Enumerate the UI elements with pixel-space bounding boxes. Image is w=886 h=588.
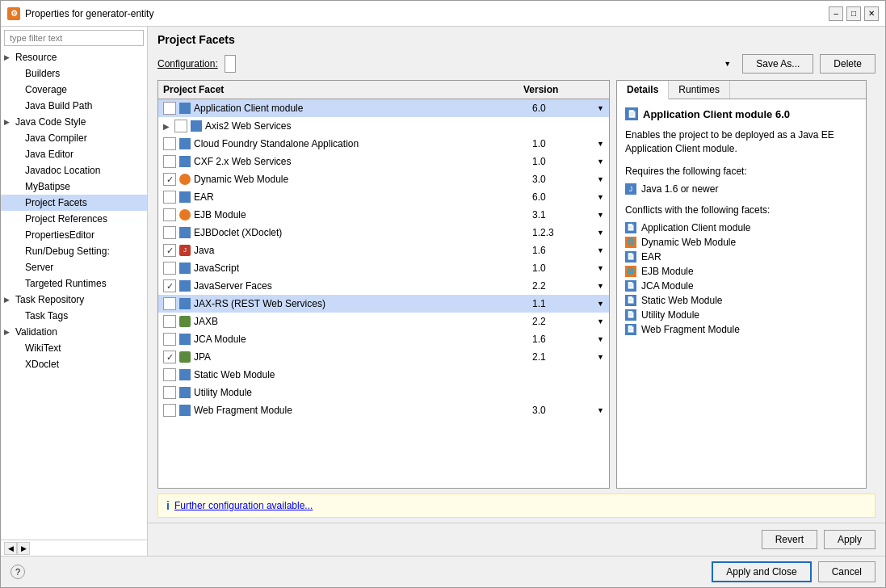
dropdown-arrow-app-client[interactable]: ▼ bbox=[597, 104, 604, 112]
facet-row-web-fragment[interactable]: Web Fragment Module 3.0 ▼ bbox=[158, 401, 609, 419]
facet-check-cloud-foundry[interactable] bbox=[163, 137, 176, 150]
sidebar-scroll-left[interactable]: ◀ bbox=[4, 542, 17, 555]
facet-check-jpa[interactable]: ✓ bbox=[163, 351, 176, 363]
facet-row-utility-module[interactable]: Utility Module bbox=[158, 384, 609, 401]
facet-row-ejb[interactable]: EJB Module 3.1 ▼ bbox=[158, 206, 609, 224]
facet-check-app-client[interactable] bbox=[163, 102, 176, 115]
sidebar-item-xdoclet[interactable]: XDoclet bbox=[1, 356, 147, 372]
sidebar-item-run-debug-settings[interactable]: Run/Debug Setting: bbox=[1, 243, 147, 259]
conflict-icon-app-client: 📄 bbox=[625, 222, 636, 233]
facet-check-jaxrs[interactable] bbox=[163, 297, 176, 310]
facet-name-java: Java bbox=[194, 245, 532, 256]
sidebar-item-task-tags[interactable]: Task Tags bbox=[1, 308, 147, 324]
sidebar-item-task-repository[interactable]: ▶ Task Repository bbox=[1, 292, 147, 308]
sidebar-item-java-editor[interactable]: Java Editor bbox=[1, 146, 147, 162]
facet-check-web-fragment[interactable] bbox=[163, 404, 176, 417]
facet-check-utility-module[interactable] bbox=[163, 386, 176, 399]
dropdown-arrow-ejbdoclet[interactable]: ▼ bbox=[597, 229, 604, 237]
facet-name-jpa: JPA bbox=[194, 351, 532, 363]
sidebar-item-project-references[interactable]: Project References bbox=[1, 211, 147, 227]
facet-check-java[interactable]: ✓ bbox=[163, 244, 176, 257]
facet-check-static-web[interactable] bbox=[163, 368, 176, 381]
facet-icon-static-web bbox=[179, 369, 191, 380]
facet-check-jaxb[interactable] bbox=[163, 315, 176, 328]
dropdown-arrow-cxf[interactable]: ▼ bbox=[597, 158, 604, 166]
minimize-button[interactable]: – bbox=[829, 6, 843, 21]
facet-row-jca[interactable]: JCA Module 1.6 ▼ bbox=[158, 330, 609, 348]
sidebar-item-server[interactable]: Server bbox=[1, 259, 147, 275]
cancel-button[interactable]: Cancel bbox=[818, 561, 876, 582]
window-icon: ⚙ bbox=[7, 7, 20, 20]
dropdown-arrow-jpa[interactable]: ▼ bbox=[597, 353, 604, 361]
facet-row-dynamic-web[interactable]: ✓ Dynamic Web Module 3.0 ▼ bbox=[158, 170, 609, 188]
dropdown-arrow-cloud-foundry[interactable]: ▼ bbox=[597, 140, 604, 148]
help-button[interactable]: ? bbox=[10, 565, 25, 579]
facet-row-java[interactable]: ✓ J Java 1.6 ▼ bbox=[158, 242, 609, 259]
facet-check-jsf[interactable]: ✓ bbox=[163, 279, 176, 292]
maximize-button[interactable]: □ bbox=[846, 6, 861, 21]
facet-check-ejbdoclet[interactable] bbox=[163, 226, 176, 239]
filter-input[interactable] bbox=[4, 30, 144, 46]
facet-row-javascript[interactable]: JavaScript 1.0 ▼ bbox=[158, 259, 609, 277]
sidebar-item-java-build-path[interactable]: Java Build Path bbox=[1, 98, 147, 114]
facet-row-app-client[interactable]: Application Client module 6.0 ▼ bbox=[158, 99, 609, 117]
sidebar-item-resource[interactable]: ▶ Resource bbox=[1, 49, 147, 65]
tab-details[interactable]: Details bbox=[617, 81, 669, 99]
apply-close-button[interactable]: Apply and Close bbox=[712, 561, 811, 582]
facet-row-cloud-foundry[interactable]: Cloud Foundry Standalone Application 1.0… bbox=[158, 135, 609, 153]
sidebar-item-validation[interactable]: ▶ Validation bbox=[1, 324, 147, 340]
facet-check-ear[interactable] bbox=[163, 191, 176, 204]
sidebar-item-coverage[interactable]: Coverage bbox=[1, 82, 147, 98]
facet-row-static-web[interactable]: Static Web Module bbox=[158, 366, 609, 384]
dropdown-arrow-jaxb[interactable]: ▼ bbox=[597, 317, 604, 326]
facet-row-ear[interactable]: EAR 6.0 ▼ bbox=[158, 188, 609, 206]
sidebar-item-java-code-style[interactable]: ▶ Java Code Style bbox=[1, 114, 147, 130]
facet-row-axis2[interactable]: ▶ Axis2 Web Services bbox=[158, 117, 609, 135]
sidebar-item-targeted-runtimes[interactable]: Targeted Runtimes bbox=[1, 275, 147, 292]
sidebar-item-javadoc-location[interactable]: Javadoc Location bbox=[1, 162, 147, 178]
details-conflicts-label: Conflicts with the following facets: bbox=[625, 204, 858, 216]
sidebar-item-java-compiler[interactable]: Java Compiler bbox=[1, 130, 147, 146]
dropdown-arrow-ear[interactable]: ▼ bbox=[597, 193, 604, 201]
facet-check-axis2[interactable] bbox=[174, 120, 187, 132]
further-config-link[interactable]: Further configuration available... bbox=[174, 500, 313, 511]
sidebar-item-project-facets[interactable]: Project Facets bbox=[1, 195, 147, 211]
revert-button[interactable]: Revert bbox=[762, 530, 817, 549]
apply-button[interactable]: Apply bbox=[824, 530, 876, 549]
facet-row-cxf[interactable]: CXF 2.x Web Services 1.0 ▼ bbox=[158, 153, 609, 170]
dropdown-arrow-dynamic-web[interactable]: ▼ bbox=[597, 175, 604, 183]
facet-icon-jsf bbox=[179, 280, 191, 292]
dropdown-arrow-java[interactable]: ▼ bbox=[597, 246, 604, 254]
details-requires-java-icon: J bbox=[625, 183, 636, 195]
sidebar-item-properties-editor[interactable]: PropertiesEditor bbox=[1, 227, 147, 243]
dropdown-arrow-jsf[interactable]: ▼ bbox=[597, 282, 604, 290]
right-panel: Project Facets Configuration: Save As...… bbox=[148, 27, 885, 556]
expand-axis2[interactable]: ▶ bbox=[163, 122, 174, 131]
save-as-button[interactable]: Save As... bbox=[742, 54, 813, 74]
sidebar-scroll-right[interactable]: ▶ bbox=[17, 542, 30, 555]
sidebar-item-builders[interactable]: Builders bbox=[1, 65, 147, 82]
sidebar-item-mybatipse[interactable]: MyBatipse bbox=[1, 178, 147, 195]
facet-check-ejb[interactable] bbox=[163, 208, 176, 221]
config-select[interactable] bbox=[225, 55, 236, 73]
facet-row-jsf[interactable]: ✓ JavaServer Faces 2.2 ▼ bbox=[158, 277, 609, 295]
dropdown-arrow-web-fragment[interactable]: ▼ bbox=[597, 406, 604, 414]
dropdown-arrow-jca[interactable]: ▼ bbox=[597, 335, 604, 343]
facet-row-jpa[interactable]: ✓ JPA 2.1 ▼ bbox=[158, 348, 609, 366]
facet-name-dynamic-web: Dynamic Web Module bbox=[194, 174, 532, 185]
facet-row-jaxrs[interactable]: JAX-RS (REST Web Services) 1.1 ▼ bbox=[158, 295, 609, 313]
dropdown-arrow-jaxrs[interactable]: ▼ bbox=[597, 300, 604, 308]
facet-check-cxf[interactable] bbox=[163, 155, 176, 168]
dropdown-arrow-ejb[interactable]: ▼ bbox=[597, 211, 604, 219]
delete-button[interactable]: Delete bbox=[820, 54, 876, 74]
close-button[interactable]: ✕ bbox=[864, 6, 879, 21]
facet-check-jca[interactable] bbox=[163, 333, 176, 346]
sidebar-item-wikitext[interactable]: WikiText bbox=[1, 340, 147, 356]
facet-check-dynamic-web[interactable]: ✓ bbox=[163, 173, 176, 186]
facet-row-ejbdoclet[interactable]: EJBDoclet (XDoclet) 1.2.3 ▼ bbox=[158, 224, 609, 242]
tab-runtimes[interactable]: Runtimes bbox=[669, 81, 730, 99]
facet-check-javascript[interactable] bbox=[163, 262, 176, 275]
details-requires-java-text: Java 1.6 or newer bbox=[641, 183, 718, 195]
facet-row-jaxb[interactable]: JAXB 2.2 ▼ bbox=[158, 313, 609, 330]
dropdown-arrow-javascript[interactable]: ▼ bbox=[597, 264, 604, 272]
